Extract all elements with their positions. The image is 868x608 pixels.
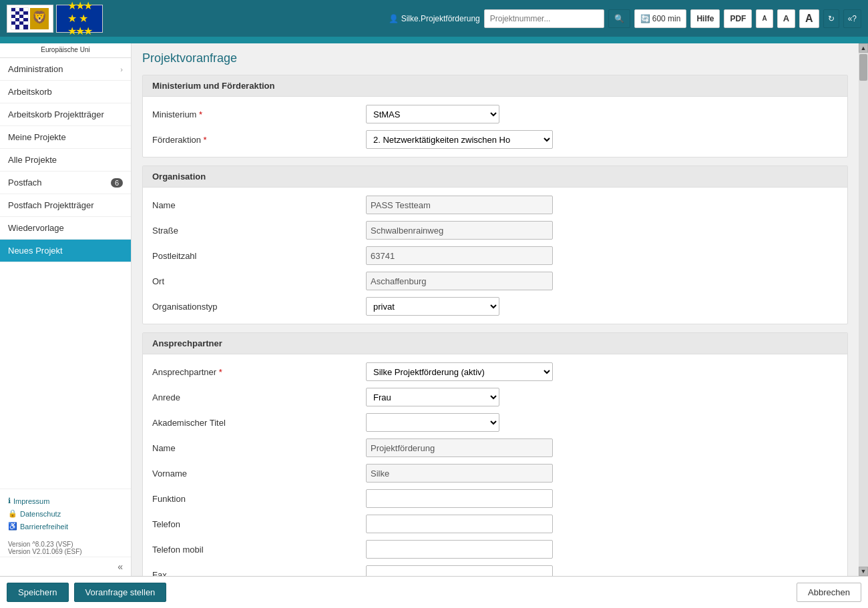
sidebar-collapse-button[interactable]: « [118, 561, 123, 572]
username-label: Silke.Projektförderung [401, 14, 480, 23]
anrede-select[interactable]: Frau Herr Divers [366, 388, 499, 406]
akad-titel-select[interactable]: Dr. Prof. Prof. Dr. [366, 413, 499, 432]
ort-input[interactable] [366, 272, 553, 290]
vorname-input[interactable] [366, 464, 553, 483]
scroll-up-arrow[interactable]: ▲ [859, 43, 868, 53]
sidebar-item-wiedervorlage[interactable]: Wiedervorlage [0, 217, 131, 240]
form-row-telefon: Telefon [152, 515, 838, 533]
timer-button[interactable]: 🔄 600 min [634, 9, 687, 28]
impressum-label: Impressum [13, 497, 49, 505]
font-medium-button[interactable]: A [777, 9, 795, 28]
barrierefreiheit-link[interactable]: ♿ Barrierefreiheit [8, 520, 123, 533]
sidebar-item-administration[interactable]: Administration › [0, 58, 131, 81]
vorname-label: Vorname [152, 469, 366, 479]
search-button[interactable]: 🔍 [608, 9, 630, 28]
svg-rect-24 [19, 25, 23, 29]
version2: Version V2.01.069 (ESF) [8, 548, 123, 555]
main-area: Europäische Uni Administration › Arbeits… [0, 43, 868, 576]
font-large-button[interactable]: A [799, 9, 819, 28]
organisationstyp-select[interactable]: privat öffentlich [366, 297, 499, 316]
fax-input[interactable] [366, 565, 553, 576]
plz-input[interactable] [366, 246, 553, 265]
svg-rect-5 [23, 8, 28, 11]
sidebar-item-arbeitskorb-projekttraeger[interactable]: Arbeitskorb Projektträger [0, 103, 131, 126]
sidebar-label-wiedervorlage: Wiedervorlage [8, 223, 64, 233]
save-button[interactable]: Speichern [7, 583, 69, 602]
svg-rect-8 [19, 11, 23, 15]
svg-rect-18 [11, 21, 15, 25]
scroll-thumb[interactable] [859, 54, 867, 81]
top-bar-right: 👤 Silke.Projektförderung 🔍 🔄 600 min Hil… [389, 9, 861, 28]
svg-rect-2 [11, 8, 15, 11]
form-row-foerderaktion: Förderaktion * 2. Netzwerktätigkeiten zw… [152, 130, 838, 149]
telefon-mobil-input[interactable] [366, 540, 553, 559]
foerderaktion-select[interactable]: 2. Netzwerktätigkeiten zwischen Ho [366, 130, 553, 149]
section-ansprechpartner-header: Ansprechpartner [143, 333, 847, 354]
datenschutz-label: Datenschutz [20, 510, 61, 518]
ministerium-select[interactable]: StMAS [366, 105, 499, 123]
sidebar-item-meine-projekte[interactable]: Meine Projekte [0, 126, 131, 149]
sidebar-footer: ℹ Impressum 🔒 Datenschutz ♿ Barrierefrei… [0, 489, 131, 538]
section-organisation: Organisation Name Straße Postl [142, 166, 848, 324]
svg-rect-10 [11, 15, 15, 18]
section-ministerium: Ministerium und Förderaktion Ministerium… [142, 75, 848, 158]
section-ministerium-header: Ministerium und Förderaktion [143, 75, 847, 97]
help-button[interactable]: Hilfe [690, 9, 720, 28]
timer-icon: 🔄 [640, 14, 650, 23]
svg-rect-25 [23, 25, 28, 29]
sidebar-label-arbeitskorb-projekttraeger: Arbeitskorb Projektträger [8, 109, 104, 119]
project-number-input[interactable] [484, 9, 604, 28]
datenschutz-link[interactable]: 🔒 Datenschutz [8, 507, 123, 520]
app-container: 🦁 ★★★★ ★★★★ 👤 Silke.Projektförderung 🔍 🔄… [0, 0, 868, 608]
strasse-input[interactable] [366, 221, 553, 240]
form-row-funktion: Funktion [152, 489, 838, 508]
page-title: Projektvoranfrage [142, 51, 848, 65]
foerderaktion-label: Förderaktion * [152, 135, 366, 145]
form-row-vorname: Vorname [152, 464, 838, 483]
voranfrage-button[interactable]: Voranfrage stellen [74, 583, 167, 602]
abbrechen-button[interactable]: Abbrechen [797, 583, 861, 602]
svg-rect-20 [19, 21, 23, 25]
ort-label: Ort [152, 276, 366, 286]
pdf-button[interactable]: PDF [724, 9, 752, 28]
back-button[interactable]: «? [843, 9, 861, 28]
sidebar-label-arbeitskorb: Arbeitskorb [8, 87, 52, 97]
contact-name-input[interactable] [366, 438, 553, 457]
vertical-scrollbar[interactable]: ▲ ▼ [859, 43, 868, 576]
ansprechpartner-select[interactable]: Silke Projektförderung (aktiv) [366, 362, 553, 381]
refresh-button[interactable]: ↻ [823, 9, 839, 28]
timer-label: 600 min [652, 14, 681, 23]
org-name-input[interactable] [366, 196, 553, 214]
sidebar-item-postfach-projekttraeger[interactable]: Postfach Projektträger [0, 194, 131, 217]
form-row-telefon-mobil: Telefon mobil [152, 540, 838, 559]
form-row-ministerium: Ministerium * StMAS [152, 105, 838, 123]
svg-rect-14 [11, 18, 15, 21]
telefon-input[interactable] [366, 515, 553, 533]
logo-area: 🦁 ★★★★ ★★★★ [7, 5, 103, 33]
sidebar-item-alle-projekte[interactable]: Alle Projekte [0, 149, 131, 172]
telefon-mobil-label: Telefon mobil [152, 545, 366, 555]
sidebar: Europäische Uni Administration › Arbeits… [0, 43, 132, 576]
svg-rect-15 [15, 18, 19, 21]
impressum-link[interactable]: ℹ Impressum [8, 495, 123, 507]
font-small-button[interactable]: A [756, 9, 773, 28]
foerderaktion-required: * [204, 135, 207, 145]
telefon-label: Telefon [152, 519, 366, 529]
sidebar-item-neues-projekt[interactable]: Neues Projekt [0, 240, 131, 262]
barrierefreiheit-icon: ♿ [8, 522, 17, 531]
funktion-label: Funktion [152, 494, 366, 504]
content-area: Projektvoranfrage Ministerium und Förder… [132, 43, 859, 576]
user-icon: 👤 [389, 14, 399, 23]
section-ansprechpartner: Ansprechpartner Ansprechpartner * Silke … [142, 332, 848, 576]
impressum-icon: ℹ [8, 497, 11, 505]
sidebar-item-arbeitskorb[interactable]: Arbeitskorb [0, 81, 131, 103]
sidebar-item-postfach[interactable]: Postfach 6 [0, 172, 131, 194]
content-inner: Projektvoranfrage Ministerium und Förder… [132, 43, 859, 576]
scroll-down-arrow[interactable]: ▼ [859, 567, 868, 576]
funktion-input[interactable] [366, 489, 553, 508]
org-name-label: Name [152, 200, 366, 210]
section-organisation-body: Name Straße Postleitzahl [143, 188, 847, 324]
datenschutz-icon: 🔒 [8, 509, 17, 518]
svg-rect-11 [15, 15, 19, 18]
section-ansprechpartner-body: Ansprechpartner * Silke Projektförderung… [143, 354, 847, 576]
